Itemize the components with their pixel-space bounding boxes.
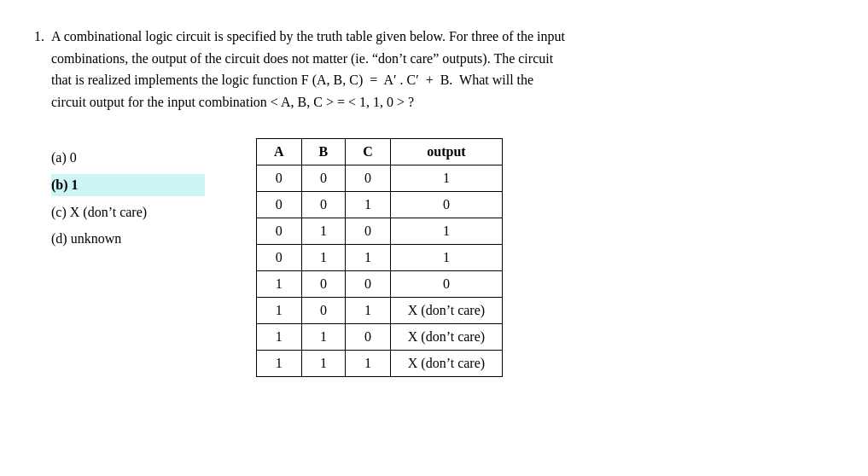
table-cell-r1-c0: 0 <box>257 192 302 218</box>
table-cell-r6-c1: 1 <box>301 324 346 351</box>
question-body: A combinational logic circuit is specifi… <box>51 26 834 113</box>
answer-choice-b: (b) 1 <box>51 174 205 196</box>
table-cell-r2-c2: 0 <box>346 218 391 245</box>
answer-choice-c: (c) X (don’t care) <box>51 201 205 223</box>
question-container: 1. A combinational logic circuit is spec… <box>34 26 834 377</box>
table-cell-r7-c3: X (don’t care) <box>390 351 502 377</box>
table-row: 0001 <box>257 165 503 192</box>
table-cell-r6-c0: 1 <box>257 324 302 351</box>
question-line2: combinations, the output of the circuit … <box>51 51 553 66</box>
table-cell-r0-c1: 0 <box>301 165 346 192</box>
answer-choice-a: (a) 0 <box>51 147 205 169</box>
table-cell-r3-c1: 1 <box>301 245 346 271</box>
table-cell-r7-c1: 1 <box>301 351 346 377</box>
col-header-output: output <box>390 139 502 165</box>
answer-choice-d: (d) unknown <box>51 228 205 250</box>
table-cell-r7-c0: 1 <box>257 351 302 377</box>
table-cell-r1-c3: 0 <box>390 192 502 218</box>
table-cell-r4-c1: 0 <box>301 271 346 298</box>
table-cell-r4-c0: 1 <box>257 271 302 298</box>
table-cell-r3-c3: 1 <box>390 245 502 271</box>
answer-choices: (a) 0 (b) 1 (c) X (don’t care) (d) unkno… <box>51 138 205 249</box>
table-cell-r5-c3: X (don’t care) <box>390 298 502 324</box>
table-row: 111X (don’t care) <box>257 351 503 377</box>
col-header-b: B <box>301 139 346 165</box>
table-cell-r5-c2: 1 <box>346 298 391 324</box>
content-row: (a) 0 (b) 1 (c) X (don’t care) (d) unkno… <box>51 138 834 377</box>
table-body: 00010010010101111000101X (don’t care)110… <box>257 165 503 377</box>
truth-table-container: A B C output 00010010010101111000101X (d… <box>256 138 503 377</box>
table-cell-r2-c3: 1 <box>390 218 502 245</box>
table-row: 110X (don’t care) <box>257 324 503 351</box>
truth-table: A B C output 00010010010101111000101X (d… <box>256 138 503 377</box>
table-row: 0111 <box>257 245 503 271</box>
table-row: 101X (don’t care) <box>257 298 503 324</box>
table-cell-r5-c0: 1 <box>257 298 302 324</box>
table-cell-r4-c2: 0 <box>346 271 391 298</box>
question-line4: circuit output for the input combination… <box>51 95 414 109</box>
table-cell-r5-c1: 0 <box>301 298 346 324</box>
col-header-a: A <box>257 139 302 165</box>
table-cell-r1-c2: 1 <box>346 192 391 218</box>
col-header-c: C <box>346 139 391 165</box>
table-cell-r3-c2: 1 <box>346 245 391 271</box>
table-cell-r6-c3: X (don’t care) <box>390 324 502 351</box>
question-line3: that is realized implements the logic fu… <box>51 73 533 87</box>
question-number: 1. <box>34 26 44 48</box>
question-text: 1. A combinational logic circuit is spec… <box>34 26 834 113</box>
table-cell-r2-c1: 1 <box>301 218 346 245</box>
table-cell-r1-c1: 0 <box>301 192 346 218</box>
table-cell-r0-c3: 1 <box>390 165 502 192</box>
table-row: 0010 <box>257 192 503 218</box>
table-cell-r3-c0: 0 <box>257 245 302 271</box>
table-cell-r0-c0: 0 <box>257 165 302 192</box>
table-cell-r7-c2: 1 <box>346 351 391 377</box>
table-cell-r0-c2: 0 <box>346 165 391 192</box>
table-row: 1000 <box>257 271 503 298</box>
table-header-row: A B C output <box>257 139 503 165</box>
table-row: 0101 <box>257 218 503 245</box>
table-cell-r6-c2: 0 <box>346 324 391 351</box>
question-line1: A combinational logic circuit is specifi… <box>51 29 565 44</box>
table-cell-r2-c0: 0 <box>257 218 302 245</box>
table-cell-r4-c3: 0 <box>390 271 502 298</box>
